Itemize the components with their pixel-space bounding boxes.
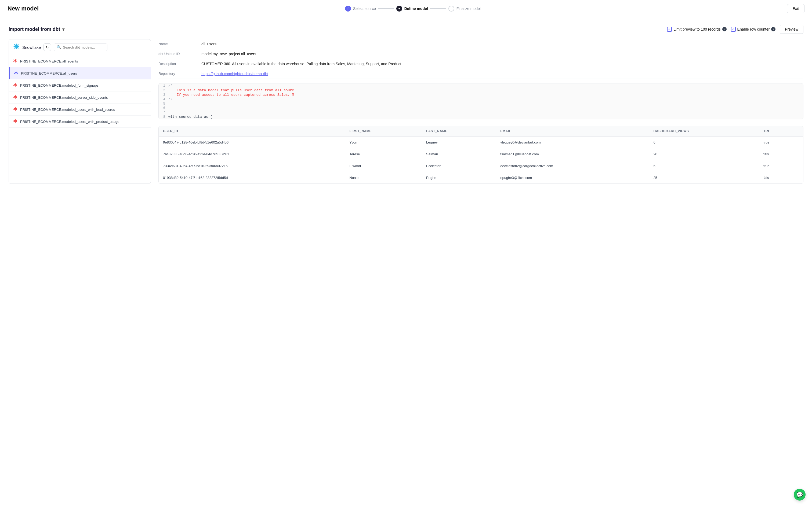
- import-label-text: Import model from dbt: [9, 26, 60, 32]
- table-cell: npughe3@flickr.com: [496, 172, 649, 184]
- line-number: 2: [159, 89, 168, 92]
- svg-point-4: [18, 46, 19, 47]
- model-item[interactable]: PRISTINE_ECOMMERCE.all_events: [9, 55, 151, 67]
- table-cell: tsalman1@bluehost.com: [496, 148, 649, 160]
- table-row: 01938d30-5410-47f5-b162-232272f5dd5dNoni…: [159, 172, 803, 184]
- model-icon: [13, 119, 17, 124]
- code-line: 1/*: [159, 83, 803, 88]
- model-item-label: PRISTINE_ECOMMERCE.modeled_users_with_le…: [20, 108, 115, 112]
- line-content: If you need access to all users captured…: [168, 93, 294, 97]
- source-name: Snowflake: [22, 45, 41, 50]
- line-number: 3: [159, 93, 168, 97]
- detail-table: Name all_users dbt Unique ID model.my_ne…: [158, 39, 803, 79]
- step-2-icon: ●: [396, 6, 402, 11]
- table-cell: Leguey: [422, 136, 496, 148]
- line-number: 7: [159, 111, 168, 114]
- line-number: 6: [159, 106, 168, 110]
- description-label: Description: [158, 62, 201, 66]
- table-cell: 20: [649, 148, 759, 160]
- model-item-label: PRISTINE_ECOMMERCE.all_events: [20, 59, 78, 63]
- row-counter-info-icon[interactable]: i: [771, 27, 775, 32]
- table-cell: 7334d631-40d4-4cf7-bd16-293fa6a07215: [159, 160, 345, 172]
- table-cell: 7ac82335-40d6-4d20-a22e-84d7cc837b81: [159, 148, 345, 160]
- table-cell: yleguey0@deviantart.com: [496, 136, 649, 148]
- line-number: 5: [159, 102, 168, 106]
- line-content: */: [168, 97, 173, 101]
- code-line: 4*/: [159, 97, 803, 102]
- data-table: USER_IDFIRST_NAMELAST_NAMEEMAILDASHBOARD…: [159, 126, 803, 183]
- table-row: 7ac82335-40d6-4d20-a22e-84d7cc837b81Tere…: [159, 148, 803, 160]
- model-item[interactable]: PRISTINE_ECOMMERCE.modeled_users_with_le…: [9, 104, 151, 116]
- import-model-label[interactable]: Import model from dbt ▾: [9, 26, 64, 32]
- limit-preview-checkbox-label[interactable]: ✓ Limit preview to 100 records i: [667, 27, 726, 32]
- code-line: 6: [159, 106, 803, 110]
- step-connector-1: [378, 8, 394, 9]
- line-number: 8: [159, 115, 168, 119]
- table-cell: eeccleston2@cargocollective.com: [496, 160, 649, 172]
- line-content: This is a data model that pulls user dat…: [168, 88, 294, 92]
- table-header: LAST_NAME: [422, 126, 496, 136]
- table-cell: Yvon: [345, 136, 422, 148]
- right-panel: Name all_users dbt Unique ID model.my_ne…: [151, 39, 803, 184]
- code-block: 1/*2 This is a data model that pulls use…: [158, 83, 803, 119]
- svg-point-6: [18, 48, 18, 49]
- model-item[interactable]: PRISTINE_ECOMMERCE.modeled_users_with_pr…: [9, 116, 151, 128]
- step-3-icon: [448, 6, 454, 11]
- code-line: 3 If you need access to all users captur…: [159, 93, 803, 97]
- model-item[interactable]: PRISTINE_ECOMMERCE.all_users: [9, 67, 151, 79]
- refresh-button[interactable]: ↻: [44, 44, 51, 51]
- table-cell: Elwood: [345, 160, 422, 172]
- header: New model ✓ Select source ● Define model…: [0, 0, 812, 17]
- svg-point-2: [16, 49, 17, 49]
- code-line: 5: [159, 102, 803, 106]
- table-cell: Salman: [422, 148, 496, 160]
- line-number: 1: [159, 84, 168, 88]
- table-cell: Eccleston: [422, 160, 496, 172]
- dbt-unique-id-value: model.my_new_project.all_users: [201, 52, 256, 56]
- table-header: EMAIL: [496, 126, 649, 136]
- svg-point-1: [16, 44, 17, 45]
- svg-point-7: [18, 44, 18, 45]
- exit-button[interactable]: Exit: [787, 4, 805, 13]
- limit-preview-info-icon[interactable]: i: [722, 27, 727, 32]
- table-cell: 5: [649, 160, 759, 172]
- enable-row-counter-checkbox-label[interactable]: ✓ Enable row counter i: [731, 27, 776, 32]
- step-finalize-model: Finalize model: [448, 6, 480, 11]
- table-header: USER_ID: [159, 126, 345, 136]
- model-item[interactable]: PRISTINE_ECOMMERCE.modeled_server_side_e…: [9, 92, 151, 104]
- step-connector-2: [430, 8, 446, 9]
- svg-point-3: [14, 46, 14, 47]
- table-cell: 6: [649, 136, 759, 148]
- snowflake-icon: [13, 43, 19, 51]
- toolbar: Import model from dbt ▾ ✓ Limit preview …: [9, 25, 803, 34]
- chevron-down-icon: ▾: [62, 27, 64, 32]
- line-content: with source_data as (: [168, 115, 212, 119]
- detail-row-name: Name all_users: [158, 39, 803, 49]
- model-icon: [13, 95, 17, 100]
- detail-row-dbt-id: dbt Unique ID model.my_new_project.all_u…: [158, 49, 803, 59]
- search-input[interactable]: [63, 45, 104, 49]
- search-icon: 🔍: [57, 45, 61, 49]
- limit-preview-checkbox[interactable]: ✓: [667, 27, 672, 32]
- table-cell: 9e830c47-d128-46eb-bf8d-51e602a5d456: [159, 136, 345, 148]
- svg-point-5: [14, 44, 15, 45]
- enable-row-counter-checkbox[interactable]: ✓: [731, 27, 736, 32]
- table-header: FIRST_NAME: [345, 126, 422, 136]
- detail-row-description: Description CUSTOMER 360. All users in a…: [158, 59, 803, 69]
- preview-button[interactable]: Preview: [780, 25, 803, 34]
- table-cell: fals: [759, 148, 803, 160]
- name-label: Name: [158, 42, 201, 46]
- model-list: PRISTINE_ECOMMERCE.all_events PRISTINE_E…: [9, 55, 151, 128]
- content-area: Snowflake ↻ 🔍 PRISTINE_ECOMMERCE.all_eve…: [9, 39, 803, 184]
- table-header: DASHBOARD_VIEWS: [649, 126, 759, 136]
- model-item-label: PRISTINE_ECOMMERCE.all_users: [21, 71, 77, 75]
- repository-link[interactable]: https://github.com/hightouchio/demo-dbt: [201, 72, 268, 76]
- model-item[interactable]: PRISTINE_ECOMMERCE.modeled_form_signups: [9, 79, 151, 92]
- table-row: 9e830c47-d128-46eb-bf8d-51e602a5d456Yvon…: [159, 136, 803, 148]
- table-cell: 25: [649, 172, 759, 184]
- model-item-label: PRISTINE_ECOMMERCE.modeled_server_side_e…: [20, 96, 108, 100]
- table-cell: true: [759, 136, 803, 148]
- toolbar-right: ✓ Limit preview to 100 records i ✓ Enabl…: [667, 25, 803, 34]
- limit-preview-text: Limit preview to 100 records: [673, 27, 720, 32]
- code-line: 2 This is a data model that pulls user d…: [159, 88, 803, 93]
